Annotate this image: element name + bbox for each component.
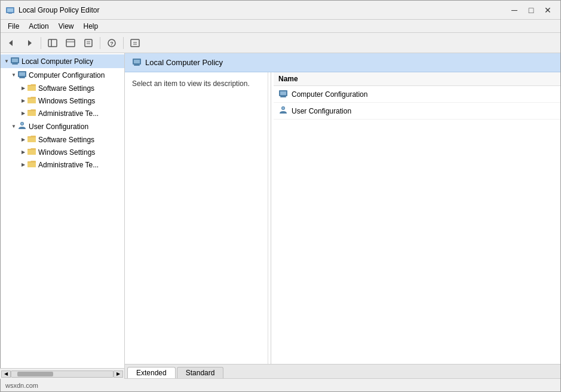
detail-list: Name Computer Configuration bbox=[274, 72, 560, 364]
svg-rect-2 bbox=[8, 13, 12, 14]
tree-item-software-settings-2[interactable]: ▶ Software Settings bbox=[1, 133, 124, 146]
svg-rect-24 bbox=[19, 77, 25, 78]
main-window: Local Group Policy Editor ─ □ ✕ File Act… bbox=[0, 0, 561, 392]
help-button[interactable]: ? bbox=[103, 35, 120, 51]
software-settings-1-chevron: ▶ bbox=[20, 85, 27, 92]
folder-1-icon bbox=[27, 83, 36, 93]
tree-item-software-settings-1[interactable]: ▶ Software Settings bbox=[1, 82, 124, 94]
folder-3-icon bbox=[27, 108, 36, 118]
scroll-left-button[interactable]: ◀ bbox=[1, 370, 11, 378]
detail-header-icon bbox=[132, 57, 142, 68]
tree-item-computer-config[interactable]: ▼ Computer Configuration bbox=[1, 68, 124, 82]
tree-panel: ▼ Local Computer Policy ▼ bbox=[1, 53, 125, 378]
detail-panel: Local Computer Policy Select an item to … bbox=[125, 53, 560, 378]
detail-divider bbox=[271, 72, 271, 364]
toolbar-sep-3 bbox=[123, 37, 124, 49]
tree-item-admin-te-2[interactable]: ▶ Administrative Te... bbox=[1, 158, 124, 171]
browse-button[interactable] bbox=[127, 35, 143, 51]
software-settings-1-label: Software Settings bbox=[38, 84, 94, 93]
menu-help[interactable]: Help bbox=[79, 21, 103, 32]
root-icon bbox=[10, 56, 20, 67]
admin-te-1-label: Administrative Te... bbox=[38, 109, 99, 118]
description-text: Select an item to view its description. bbox=[132, 79, 250, 88]
export-button[interactable] bbox=[80, 35, 97, 51]
svg-rect-28 bbox=[134, 60, 140, 63]
scrollbar-thumb[interactable] bbox=[17, 372, 53, 376]
computer-config-chevron: ▼ bbox=[10, 72, 17, 79]
detail-list-item-user-config[interactable]: User Configuration bbox=[274, 103, 560, 120]
svg-point-36 bbox=[282, 107, 284, 109]
root-chevron: ▼ bbox=[3, 58, 10, 65]
tree-spacer bbox=[1, 171, 124, 290]
svg-rect-5 bbox=[48, 39, 57, 47]
svg-rect-30 bbox=[134, 65, 140, 66]
status-bar: wsxdn.com bbox=[1, 378, 560, 391]
tab-extended[interactable]: Extended bbox=[127, 367, 176, 378]
maximize-button[interactable]: □ bbox=[523, 4, 539, 17]
title-bar: Local Group Policy Editor ─ □ ✕ bbox=[1, 1, 560, 20]
toolbar-sep-1 bbox=[41, 37, 41, 49]
app-icon bbox=[5, 5, 15, 15]
svg-rect-9 bbox=[85, 39, 92, 47]
admin-te-1-chevron: ▶ bbox=[20, 110, 27, 117]
windows-settings-2-label: Windows Settings bbox=[38, 148, 95, 157]
scrollbar-track[interactable] bbox=[11, 370, 114, 378]
folder-2-icon bbox=[27, 96, 36, 106]
menu-bar: File Action View Help bbox=[1, 20, 560, 33]
windows-settings-1-label: Windows Settings bbox=[38, 97, 95, 105]
svg-rect-22 bbox=[19, 72, 25, 76]
user-config-icon bbox=[17, 121, 27, 132]
software-settings-2-chevron: ▶ bbox=[20, 136, 27, 143]
svg-rect-32 bbox=[280, 91, 286, 95]
svg-rect-7 bbox=[66, 39, 75, 47]
svg-rect-20 bbox=[12, 63, 18, 65]
back-button[interactable] bbox=[3, 35, 20, 51]
comp-config-list-label: Computer Configuration bbox=[292, 90, 367, 99]
tab-standard[interactable]: Standard bbox=[177, 367, 224, 378]
root-label: Local Computer Policy bbox=[22, 57, 93, 66]
close-button[interactable]: ✕ bbox=[540, 4, 556, 17]
computer-config-label: Computer Configuration bbox=[29, 71, 105, 79]
admin-te-2-label: Administrative Te... bbox=[38, 161, 99, 169]
folder-6-icon bbox=[27, 160, 36, 170]
status-text: wsxdn.com bbox=[5, 382, 38, 389]
detail-body: Select an item to view its description. … bbox=[125, 72, 560, 364]
tree-root[interactable]: ▼ Local Computer Policy bbox=[1, 54, 124, 68]
comp-config-list-icon bbox=[278, 88, 288, 100]
detail-header-title: Local Computer Policy bbox=[145, 58, 223, 67]
detail-list-item-comp-config[interactable]: Computer Configuration bbox=[274, 86, 560, 103]
view-button[interactable] bbox=[62, 35, 79, 51]
svg-marker-4 bbox=[28, 40, 32, 46]
detail-description: Select an item to view its description. bbox=[125, 72, 268, 364]
svg-rect-1 bbox=[7, 8, 13, 12]
detail-header: Local Computer Policy bbox=[125, 53, 560, 72]
svg-text:?: ? bbox=[110, 41, 114, 47]
menu-action[interactable]: Action bbox=[24, 21, 53, 32]
folder-4-icon bbox=[27, 134, 36, 145]
svg-rect-14 bbox=[131, 39, 139, 47]
admin-te-2-chevron: ▶ bbox=[20, 161, 27, 169]
forward-button[interactable] bbox=[21, 35, 38, 51]
scroll-right-button[interactable]: ▶ bbox=[114, 370, 123, 378]
svg-point-26 bbox=[21, 122, 23, 125]
svg-rect-34 bbox=[280, 96, 286, 97]
tree-item-windows-settings-2[interactable]: ▶ Windows Settings bbox=[1, 146, 124, 158]
user-config-label: User Configuration bbox=[29, 122, 88, 131]
user-config-chevron: ▼ bbox=[10, 123, 17, 130]
menu-file[interactable]: File bbox=[3, 21, 24, 32]
tree-item-admin-te-1[interactable]: ▶ Administrative Te... bbox=[1, 107, 124, 120]
tree-item-windows-settings-1[interactable]: ▶ Windows Settings bbox=[1, 94, 124, 107]
main-content: ▼ Local Computer Policy ▼ bbox=[1, 53, 560, 378]
tree-item-user-config[interactable]: ▼ User Configuration bbox=[1, 120, 124, 133]
tree-scrollbar-area: ◀ ▶ bbox=[0, 368, 124, 379]
toolbar: ? bbox=[1, 33, 560, 53]
menu-view[interactable]: View bbox=[54, 21, 79, 32]
minimize-button[interactable]: ─ bbox=[507, 4, 522, 17]
window-controls: ─ □ ✕ bbox=[507, 4, 556, 17]
folder-5-icon bbox=[27, 147, 36, 157]
show-tree-button[interactable] bbox=[44, 35, 61, 51]
toolbar-sep-2 bbox=[100, 37, 100, 49]
user-config-list-icon bbox=[278, 105, 288, 117]
detail-list-column-name: Name bbox=[274, 72, 560, 86]
user-config-list-label: User Configuration bbox=[292, 107, 351, 115]
